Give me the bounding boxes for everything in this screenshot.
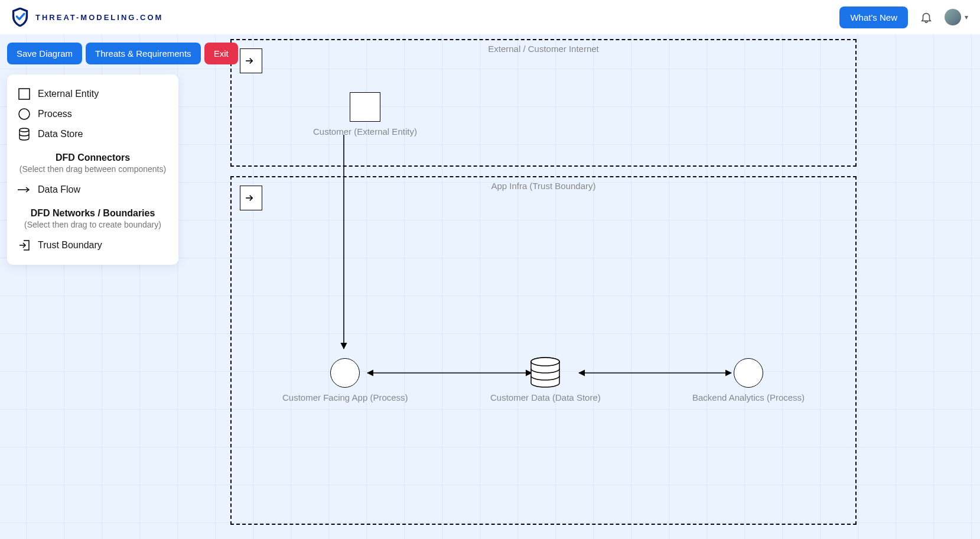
logo[interactable]: THREAT-MODELING.COM xyxy=(12,8,163,27)
connectors-sub: (Select then drag between components) xyxy=(15,164,170,174)
brand-text: THREAT-MODELING.COM xyxy=(35,13,163,22)
palette-external-entity[interactable]: External Entity xyxy=(15,84,170,104)
svg-point-2 xyxy=(19,128,29,132)
svg-point-1 xyxy=(19,109,30,119)
node-label: Backend Analytics (Process) xyxy=(692,392,805,402)
diagram-toolbar: Save Diagram Threats & Requirements Exit xyxy=(7,43,238,64)
palette-data-flow[interactable]: Data Flow xyxy=(15,180,170,200)
node-label: Customer Data (Data Store) xyxy=(490,392,601,402)
exit-button[interactable]: Exit xyxy=(204,43,238,64)
square-icon xyxy=(18,87,31,100)
arrow-right-icon xyxy=(18,183,31,196)
palette-label: Process xyxy=(38,109,72,119)
palette-process[interactable]: Process xyxy=(15,104,170,124)
avatar xyxy=(945,9,961,25)
connectors-heading: DFD Connectors xyxy=(15,152,170,163)
palette-data-store[interactable]: Data Store xyxy=(15,124,170,144)
whats-new-button[interactable]: What's New xyxy=(839,7,908,28)
palette-label: External Entity xyxy=(38,89,99,99)
process-shape xyxy=(330,358,360,388)
svg-rect-0 xyxy=(19,89,30,99)
palette-label: Data Flow xyxy=(38,184,80,195)
boundaries-sub: (Select then drag to create boundary) xyxy=(15,220,170,229)
node-label: Customer (External Entity) xyxy=(313,126,417,137)
node-customer-facing-app[interactable]: Customer Facing App (Process) xyxy=(282,358,408,402)
login-icon xyxy=(18,239,31,252)
node-customer[interactable]: Customer (External Entity) xyxy=(313,92,417,137)
data-store-shape xyxy=(529,357,562,388)
process-shape xyxy=(734,358,763,388)
circle-icon xyxy=(18,108,31,121)
boundary-handle-icon[interactable] xyxy=(240,48,262,73)
node-customer-data[interactable]: Customer Data (Data Store) xyxy=(490,357,601,402)
palette-label: Data Store xyxy=(38,129,83,139)
threats-requirements-button[interactable]: Threats & Requirements xyxy=(86,43,201,64)
database-icon xyxy=(18,128,31,141)
boundary-label: App Infra (Trust Boundary) xyxy=(232,181,855,191)
node-label: Customer Facing App (Process) xyxy=(282,392,408,402)
node-backend-analytics[interactable]: Backend Analytics (Process) xyxy=(692,358,805,402)
notifications-icon[interactable] xyxy=(920,11,933,24)
palette-label: Trust Boundary xyxy=(38,240,102,251)
diagram-canvas[interactable]: Save Diagram Threats & Requirements Exit… xyxy=(0,34,980,539)
app-header: THREAT-MODELING.COM What's New ▾ xyxy=(0,0,980,34)
palette-trust-boundary[interactable]: Trust Boundary xyxy=(15,235,170,255)
trust-boundary-app-infra[interactable]: App Infra (Trust Boundary) xyxy=(230,176,857,525)
boundaries-heading: DFD Networks / Boundaries xyxy=(15,208,170,219)
chevron-down-icon: ▾ xyxy=(965,13,968,21)
component-palette: External Entity Process Data Store DFD C… xyxy=(7,74,178,265)
boundary-label: External / Customer Internet xyxy=(232,44,855,54)
boundary-handle-icon[interactable] xyxy=(240,186,262,210)
shield-logo-icon xyxy=(12,8,28,27)
external-entity-shape xyxy=(350,92,380,122)
svg-point-5 xyxy=(531,358,559,366)
user-menu[interactable]: ▾ xyxy=(945,9,968,25)
save-diagram-button[interactable]: Save Diagram xyxy=(7,43,82,64)
